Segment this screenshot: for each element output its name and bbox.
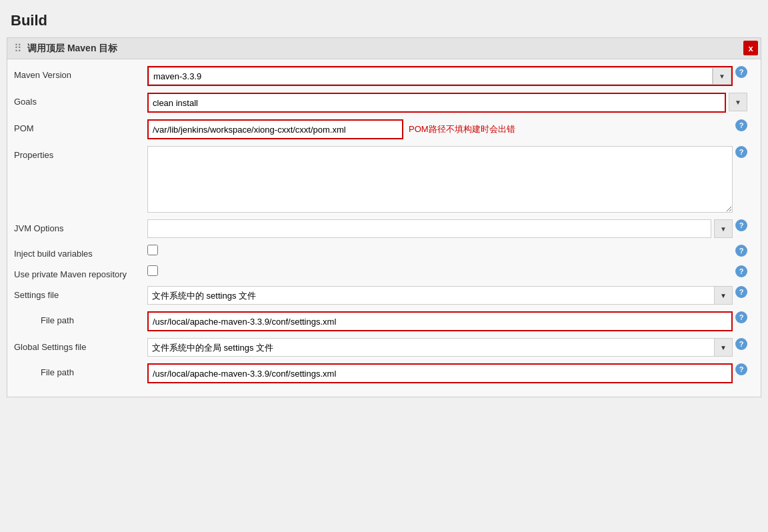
use-private-maven-help-icon[interactable]: ?: [735, 265, 747, 277]
inject-build-variables-help-icon[interactable]: ?: [735, 245, 747, 257]
settings-file-select[interactable]: 文件系统中的 settings 文件: [147, 286, 733, 305]
pom-input[interactable]: [149, 121, 402, 138]
section-header: ⠿ 调用顶层 Maven 目标: [7, 38, 761, 59]
page: Build ⠿ 调用顶层 Maven 目标 x Maven Version ma…: [0, 0, 768, 532]
global-settings-file-path-label: File path: [41, 363, 147, 377]
form-body: Maven Version maven-3.3.9 ▼ ? Goals: [7, 59, 761, 397]
goals-label: Goals: [14, 93, 147, 107]
settings-file-help-icon[interactable]: ?: [735, 286, 747, 298]
jvm-options-help-icon[interactable]: ?: [735, 219, 747, 231]
inject-build-variables-row: Inject build variables ?: [14, 245, 747, 259]
properties-label: Properties: [14, 146, 147, 160]
build-section: ⠿ 调用顶层 Maven 目标 x Maven Version maven-3.…: [7, 37, 761, 397]
properties-textarea[interactable]: [147, 146, 733, 213]
use-private-maven-checkbox[interactable]: [147, 265, 158, 276]
goals-dropdown-btn[interactable]: ▼: [729, 93, 747, 111]
maven-version-dropdown-btn[interactable]: ▼: [713, 67, 731, 85]
section-close-button[interactable]: x: [743, 41, 758, 55]
jvm-options-input[interactable]: [147, 219, 711, 238]
global-settings-file-label: Global Settings file: [14, 338, 147, 352]
use-private-maven-control: [147, 265, 733, 276]
pom-help-icon[interactable]: ?: [735, 119, 747, 131]
properties-help-icon[interactable]: ?: [735, 146, 747, 158]
section-title: 调用顶层 Maven 目标: [27, 43, 117, 55]
inject-build-variables-checkbox[interactable]: [147, 245, 158, 255]
jvm-options-control: ▼: [147, 219, 733, 238]
global-settings-file-select[interactable]: 文件系统中的全局 settings 文件: [147, 338, 733, 357]
pom-label: POM: [14, 119, 147, 133]
pom-control: POM路径不填构建时会出错: [147, 119, 733, 139]
global-settings-file-control: 文件系统中的全局 settings 文件 ▼: [147, 338, 733, 357]
goals-input[interactable]: [149, 94, 725, 111]
goals-row: Goals ▼: [14, 93, 747, 113]
settings-file-path-input[interactable]: [149, 313, 731, 330]
global-settings-file-row: Global Settings file 文件系统中的全局 settings 文…: [14, 338, 747, 357]
settings-file-row: Settings file 文件系统中的 settings 文件 ▼ ?: [14, 286, 747, 305]
jvm-options-label: JVM Options: [14, 219, 147, 233]
global-settings-file-path-input[interactable]: [149, 365, 731, 382]
page-title: Build: [0, 7, 768, 37]
maven-version-select[interactable]: maven-3.3.9: [149, 67, 713, 85]
maven-version-help-icon[interactable]: ?: [735, 66, 747, 78]
inject-build-variables-control: [147, 245, 733, 255]
jvm-options-dropdown-btn[interactable]: ▼: [714, 219, 733, 238]
settings-file-label: Settings file: [14, 286, 147, 300]
inject-build-variables-label: Inject build variables: [14, 245, 147, 259]
properties-row: Properties ?: [14, 146, 747, 213]
use-private-maven-label: Use private Maven repository: [14, 265, 147, 279]
settings-file-path-row: File path ?: [14, 311, 747, 331]
maven-version-control: maven-3.3.9 ▼: [147, 66, 733, 86]
use-private-maven-row: Use private Maven repository ?: [14, 265, 747, 279]
grid-icon: ⠿: [14, 42, 22, 55]
maven-version-row: Maven Version maven-3.3.9 ▼ ?: [14, 66, 747, 86]
jvm-options-row: JVM Options ▼ ?: [14, 219, 747, 238]
global-settings-file-path-help-icon[interactable]: ?: [735, 363, 747, 375]
pom-row: POM POM路径不填构建时会出错 ?: [14, 119, 747, 139]
settings-file-control: 文件系统中的 settings 文件 ▼: [147, 286, 733, 305]
global-settings-file-help-icon[interactable]: ?: [735, 338, 747, 350]
properties-control: [147, 146, 733, 213]
settings-file-path-label: File path: [41, 311, 147, 325]
settings-file-path-help-icon[interactable]: ?: [735, 311, 747, 323]
goals-control: ▼: [147, 93, 747, 113]
pom-note: POM路径不填构建时会出错: [409, 123, 515, 135]
maven-version-label: Maven Version: [14, 66, 147, 80]
global-settings-file-path-row: File path ?: [14, 363, 747, 383]
